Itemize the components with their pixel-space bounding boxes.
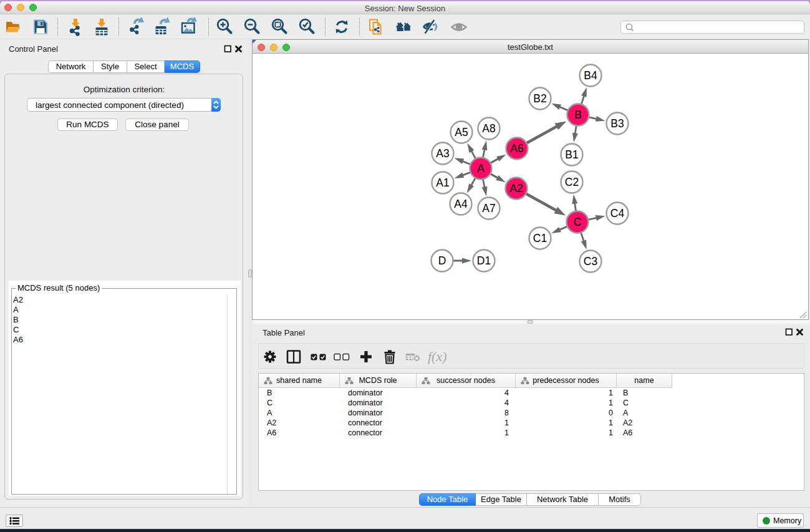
svg-text:A8: A8 bbox=[482, 122, 495, 135]
svg-text:A4: A4 bbox=[454, 198, 468, 210]
svg-text:B4: B4 bbox=[584, 69, 597, 82]
svg-text:A: A bbox=[477, 162, 485, 175]
svg-text:C4: C4 bbox=[610, 207, 625, 220]
svg-text:A6: A6 bbox=[510, 142, 523, 155]
svg-text:A5: A5 bbox=[455, 126, 468, 138]
svg-text:A1: A1 bbox=[436, 177, 449, 189]
svg-text:D1: D1 bbox=[477, 254, 491, 267]
svg-text:B1: B1 bbox=[565, 148, 578, 161]
svg-text:B3: B3 bbox=[610, 117, 624, 130]
svg-text:A7: A7 bbox=[482, 202, 495, 215]
svg-text:D: D bbox=[438, 254, 446, 267]
svg-text:B2: B2 bbox=[533, 92, 546, 105]
svg-text:C1: C1 bbox=[533, 232, 547, 244]
svg-text:C2: C2 bbox=[565, 176, 579, 188]
svg-text:A2: A2 bbox=[509, 182, 523, 195]
svg-text:C: C bbox=[574, 216, 582, 228]
svg-text:C3: C3 bbox=[584, 255, 597, 268]
svg-text:A3: A3 bbox=[436, 147, 449, 160]
svg-text:B: B bbox=[574, 109, 582, 121]
